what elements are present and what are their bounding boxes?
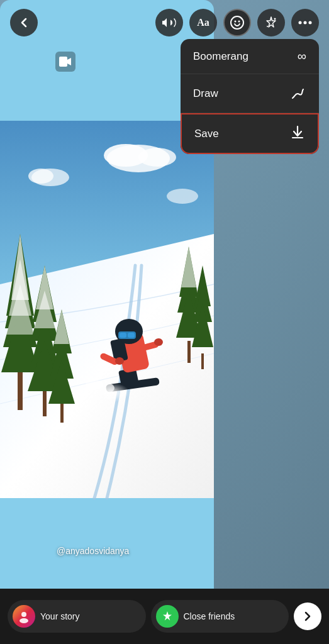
avatar	[13, 605, 35, 628]
svg-rect-53	[128, 333, 135, 338]
svg-point-12	[138, 148, 176, 167]
close-friends-label: Close friends	[184, 611, 235, 621]
close-friends-icon	[156, 605, 179, 628]
svg-point-1	[235, 21, 237, 23]
sticker-button[interactable]	[223, 9, 251, 36]
back-button[interactable]	[10, 9, 38, 36]
save-label: Save	[194, 128, 219, 140]
next-button[interactable]	[294, 602, 321, 630]
dropdown-item-boomerang[interactable]: Boomerang ∞	[181, 39, 319, 74]
bottom-bar: Your story Close friends	[0, 589, 329, 644]
video-indicator	[55, 52, 75, 72]
svg-rect-17	[18, 372, 23, 410]
text-button[interactable]: Aa	[189, 9, 217, 36]
username-text: @anyadosvidanya	[57, 546, 129, 556]
svg-point-56	[115, 357, 124, 365]
svg-point-5	[299, 21, 302, 25]
svg-rect-25	[43, 391, 47, 416]
draw-label: Draw	[193, 87, 218, 100]
your-story-button[interactable]: Your story	[8, 600, 146, 633]
svg-rect-32	[60, 404, 64, 423]
boomerang-label: Boomerang	[193, 50, 248, 63]
close-friends-button[interactable]: Close friends	[151, 600, 289, 633]
svg-point-4	[267, 26, 268, 27]
dropdown-item-draw[interactable]: Draw	[181, 74, 319, 113]
svg-rect-37	[187, 341, 191, 363]
svg-point-60	[86, 380, 103, 390]
svg-point-62	[20, 618, 28, 623]
dropdown-menu: Boomerang ∞ Draw Save	[181, 39, 319, 154]
username-overlay: @anyadosvidanya	[57, 546, 129, 556]
svg-point-2	[238, 21, 240, 23]
your-story-label: Your story	[40, 611, 80, 621]
svg-point-57	[154, 338, 163, 346]
svg-point-61	[21, 612, 26, 617]
effects-button[interactable]	[257, 9, 285, 36]
more-button[interactable]	[291, 9, 319, 36]
svg-point-15	[167, 189, 198, 204]
sound-button[interactable]	[155, 9, 183, 36]
svg-rect-42	[201, 353, 204, 369]
svg-point-14	[28, 169, 53, 184]
draw-icon	[291, 84, 306, 103]
svg-point-3	[274, 18, 276, 20]
save-icon	[290, 125, 305, 143]
svg-rect-8	[59, 57, 67, 67]
text-icon: Aa	[197, 17, 209, 28]
svg-point-7	[309, 21, 312, 25]
svg-point-6	[304, 21, 307, 25]
dropdown-item-save[interactable]: Save	[181, 113, 319, 154]
boomerang-icon: ∞	[298, 49, 306, 64]
svg-rect-52	[120, 333, 126, 338]
